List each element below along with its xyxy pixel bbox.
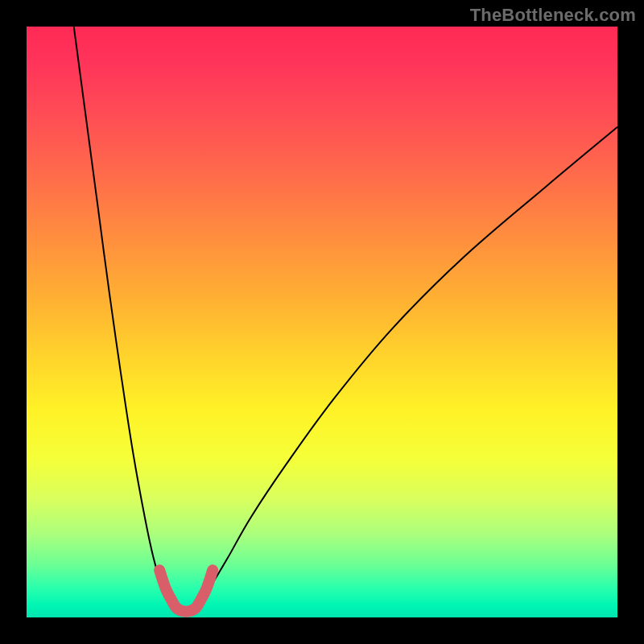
plot-gradient-area (27, 27, 617, 617)
curve-layer (27, 27, 617, 617)
right-curve (198, 127, 617, 606)
chart-frame: TheBottleneck.com (0, 0, 644, 644)
watermark-text: TheBottleneck.com (470, 5, 636, 26)
left-curve (74, 27, 171, 605)
valley-spline (159, 570, 213, 611)
